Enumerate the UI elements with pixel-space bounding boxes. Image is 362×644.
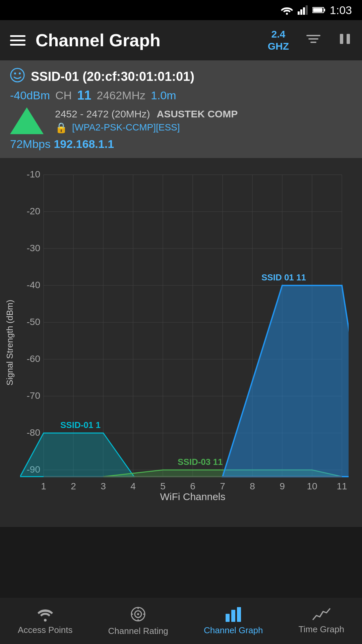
ap-smiley-icon <box>10 68 25 86</box>
nav-time-graph-label: Time Graph <box>299 624 344 635</box>
status-time: 1:03 <box>330 4 352 17</box>
svg-rect-4 <box>306 5 308 15</box>
signal-icon <box>298 5 308 15</box>
ap-speed: 72Mbps <box>10 138 51 150</box>
svg-text:2: 2 <box>71 481 76 491</box>
status-bar: 1:03 <box>0 0 362 20</box>
channel-rating-icon <box>130 606 146 623</box>
nav-channel-rating-label: Channel Rating <box>108 626 168 636</box>
svg-rect-12 <box>347 34 350 44</box>
svg-text:5: 5 <box>160 481 166 491</box>
ap-ch-label: CH <box>55 89 72 102</box>
svg-text:9: 9 <box>280 481 285 491</box>
svg-text:1: 1 <box>41 481 46 491</box>
nav-access-points-label: Access Points <box>18 625 72 635</box>
svg-point-0 <box>286 13 288 15</box>
top-bar: Channel Graph 2.4 GHZ <box>0 20 362 60</box>
svg-text:8: 8 <box>250 481 255 491</box>
lock-icon: 🔒 <box>55 122 67 133</box>
svg-point-15 <box>19 72 21 74</box>
svg-rect-1 <box>298 11 300 15</box>
svg-rect-74 <box>237 607 241 622</box>
nav-access-points[interactable]: Access Points <box>11 603 79 639</box>
frequency-selector[interactable]: 2.4 GHZ <box>268 28 289 52</box>
svg-text:3: 3 <box>101 481 106 491</box>
svg-point-13 <box>11 68 24 82</box>
ap-ssid: SSID-01 (20:cf:30:01:01:01) <box>31 69 194 84</box>
svg-text:SSID 01 11: SSID 01 11 <box>261 272 306 282</box>
ap-ch-num: 11 <box>77 88 91 103</box>
channel-graph-svg: .grid-line { stroke: #444; stroke-width:… <box>20 165 349 500</box>
nav-time-graph[interactable]: Time Graph <box>292 604 351 638</box>
svg-text:-70: -70 <box>27 390 40 401</box>
svg-marker-49 <box>223 285 349 477</box>
svg-text:-30: -30 <box>27 243 40 253</box>
ap-dbm: -40dBm <box>10 89 50 102</box>
ap-ip: 192.168.1.1 <box>54 138 114 150</box>
signal-strength-icon <box>10 107 44 134</box>
svg-text:-50: -50 <box>27 317 40 327</box>
ap-info-panel: SSID-01 (20:cf:30:01:01:01) -40dBm CH 11… <box>0 60 362 158</box>
svg-text:SSID-03 11: SSID-03 11 <box>178 457 223 467</box>
svg-rect-6 <box>324 9 325 11</box>
ap-freq-range: 2452 - 2472 (20MHz) <box>55 108 150 120</box>
svg-text:11: 11 <box>337 481 347 491</box>
svg-point-64 <box>44 619 47 622</box>
chart-area: Signal Strength (dBm) .grid-line { strok… <box>0 158 362 527</box>
svg-point-67 <box>137 613 139 615</box>
svg-text:-40: -40 <box>27 280 40 290</box>
svg-rect-7 <box>313 8 322 12</box>
nav-channel-graph-label: Channel Graph <box>204 625 263 636</box>
svg-text:6: 6 <box>190 481 195 491</box>
svg-point-14 <box>14 72 16 74</box>
battery-icon <box>312 7 325 13</box>
menu-button[interactable] <box>10 35 25 46</box>
svg-text:-20: -20 <box>27 206 40 216</box>
svg-text:-10: -10 <box>27 169 40 179</box>
status-icons: 1:03 <box>281 4 352 17</box>
svg-text:10: 10 <box>307 481 317 491</box>
svg-text:4: 4 <box>130 481 136 491</box>
svg-text:-60: -60 <box>27 354 40 364</box>
wifi-nav-icon <box>37 607 54 622</box>
nav-channel-graph[interactable]: Channel Graph <box>197 603 269 639</box>
svg-text:-80: -80 <box>27 427 40 438</box>
svg-marker-45 <box>20 433 134 477</box>
bar-chart-icon <box>225 606 242 622</box>
bottom-navigation: Access Points Channel Rating Channel Gra… <box>0 598 362 644</box>
ap-distance: 1.0m <box>151 89 176 102</box>
y-axis-label: Signal Strength (dBm) <box>5 300 15 385</box>
timeline-icon <box>312 607 330 621</box>
svg-text:7: 7 <box>220 481 225 491</box>
ap-security: [WPA2-PSK-CCMP][ESS] <box>72 122 180 133</box>
page-title: Channel Graph <box>36 30 258 50</box>
svg-rect-72 <box>226 614 230 622</box>
pause-button[interactable] <box>338 32 352 49</box>
svg-text:WiFi Channels: WiFi Channels <box>160 491 225 500</box>
svg-rect-2 <box>300 9 302 15</box>
svg-rect-11 <box>340 34 343 44</box>
ap-vendor: ASUSTEK COMP <box>157 108 238 120</box>
filter-icon[interactable] <box>306 33 321 48</box>
svg-rect-73 <box>231 610 235 622</box>
svg-rect-3 <box>303 7 305 15</box>
nav-channel-rating[interactable]: Channel Rating <box>102 602 175 640</box>
wifi-status-icon <box>281 5 293 15</box>
svg-text:SSID-01 1: SSID-01 1 <box>60 420 101 430</box>
ap-mhz: 2462MHz <box>97 89 145 102</box>
